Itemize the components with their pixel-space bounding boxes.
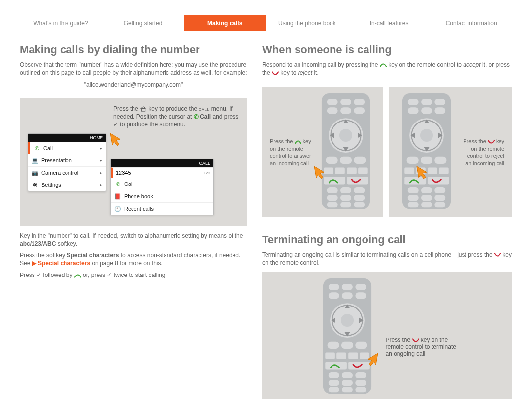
below-p1: Key in the "number" to call. If needed, … [20, 232, 247, 247]
laptop-icon: 💻 [32, 157, 38, 164]
submenu-item-recent[interactable]: 🕘Recent calls [111, 202, 213, 215]
home-icon [140, 106, 147, 112]
reject-panel: Press the key on the remote control to r… [389, 87, 512, 217]
tab-making-calls[interactable]: Making calls [184, 15, 266, 31]
phone-red-icon [488, 139, 495, 145]
remote-illustration [397, 93, 456, 209]
menu-item-settings[interactable]: 🛠Settings▸ [28, 179, 106, 191]
intro-text: Observe that the term "number" has a wid… [20, 61, 247, 77]
phone-red-icon [494, 252, 501, 258]
incoming-intro: Respond to an incoming call by pressing … [262, 61, 512, 77]
left-column: Making calls by dialing the number Obser… [20, 43, 247, 399]
below-p3: Press ✓ followed by or, press ✓ twice to… [20, 271, 247, 279]
cursor-arrow-terminate [365, 352, 379, 366]
number-input[interactable] [116, 170, 201, 176]
heading-incoming: When someone is calling [262, 43, 512, 56]
phone-green-icon [380, 62, 387, 68]
submenu-item-phonebook[interactable]: 📕Phone book [111, 190, 213, 202]
terminate-panel: Press the key on the remote control to t… [262, 272, 512, 399]
answer-caption: Press the key on the remote control to a… [270, 138, 313, 167]
cursor-arrow-reject [416, 165, 430, 179]
camera-icon: 📷 [32, 169, 38, 176]
call-submenu-title: CALL [111, 159, 213, 167]
remote-illustration [316, 93, 375, 209]
home-menu-title: HOME [28, 134, 106, 142]
phone-red-icon [412, 338, 419, 343]
tools-icon: 🛠 [32, 182, 38, 188]
dial-illustration-panel: Press the key to produce the call menu, … [20, 98, 247, 226]
menu-item-presentation[interactable]: 💻Presentation▸ [28, 154, 106, 166]
phone-green-icon: ✆ [114, 181, 121, 187]
input-mode-indicator: 123 [204, 171, 210, 175]
cursor-arrow-answer [313, 165, 327, 179]
reject-caption: Press the key on the remote control to r… [461, 138, 504, 167]
heading-dialing: Making calls by dialing the number [20, 43, 247, 56]
submenu-item-call[interactable]: ✆Call [111, 178, 213, 190]
home-menu: HOME ✆Call▸ 💻Presentation▸ 📷Camera contr… [28, 133, 106, 191]
answer-panel: Press the key on the remote control to a… [262, 87, 383, 217]
menu-item-camera[interactable]: 📷Camera control▸ [28, 166, 106, 179]
call-icon: ✆ [194, 113, 200, 120]
phone-green-icon [74, 273, 81, 278]
terminate-intro: Terminating an ongoing call is similar t… [262, 251, 512, 267]
below-p2: Press the softkey Special characters to … [20, 251, 247, 267]
heading-terminate: Terminating an ongoing call [262, 233, 512, 246]
example-address: "alice.wonderland@mycompany.com" [20, 81, 247, 89]
tab-guide[interactable]: What's in this guide? [20, 15, 102, 31]
terminate-caption: Press the key on the remote control to t… [386, 337, 457, 357]
phone-red-icon [272, 71, 279, 76]
phone-green-icon [295, 139, 301, 145]
number-input-row[interactable]: 123 [111, 167, 213, 178]
tab-getting-started[interactable]: Getting started [102, 15, 184, 31]
menu-item-call[interactable]: ✆Call▸ [28, 142, 106, 154]
nav-tabs: What's in this guide? Getting started Ma… [20, 15, 512, 31]
clock-icon: 🕘 [114, 205, 121, 212]
tab-contact[interactable]: Contact information [430, 15, 512, 31]
special-chars-link[interactable]: Special characters [38, 260, 90, 267]
tab-phone-book[interactable]: Using the phone book [266, 15, 348, 31]
tab-in-call[interactable]: In-call features [348, 15, 431, 31]
remote-illustration [318, 278, 377, 394]
right-column: When someone is calling Respond to an in… [262, 43, 512, 399]
book-icon: 📕 [114, 193, 121, 200]
panel-caption: Press the key to produce the call menu, … [113, 105, 239, 129]
phone-green-icon: ✆ [33, 145, 40, 152]
call-submenu: CALL 123 ✆Call 📕Phone book 🕘Recent calls [110, 159, 214, 215]
cursor-arrow-1 [109, 132, 123, 146]
